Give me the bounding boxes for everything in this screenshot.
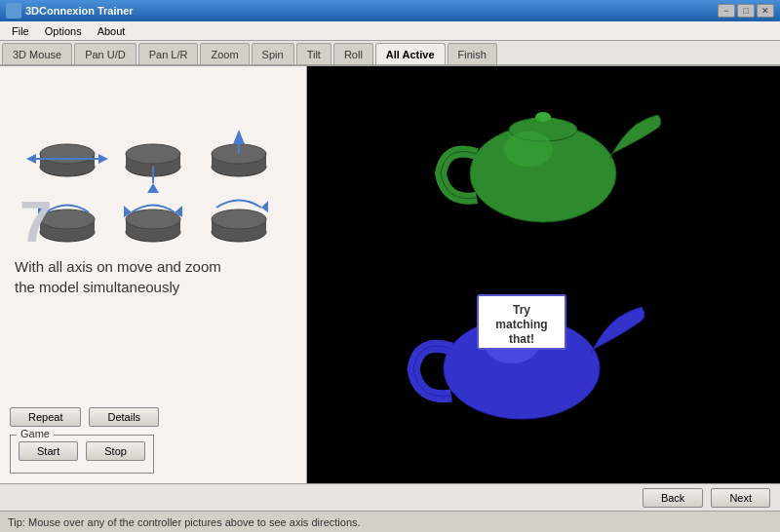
tab-tilt[interactable]: Tilt	[296, 43, 332, 64]
diagram-area: 7	[10, 76, 296, 251]
repeat-button[interactable]: Repeat	[10, 407, 81, 427]
game-label: Game	[17, 428, 54, 439]
right-panel: Try matching that!	[307, 66, 780, 483]
tab-roll[interactable]: Roll	[333, 43, 373, 64]
svg-text:matching: matching	[495, 318, 547, 331]
title-bar-left: 3DConnexion Trainer	[6, 3, 134, 19]
main-content: 7 With all axis on move and zoom the mod…	[0, 66, 780, 483]
menu-about[interactable]: About	[90, 23, 134, 39]
svg-marker-4	[98, 154, 108, 164]
blue-teapot: Try matching that!	[413, 295, 644, 419]
step-description: With all axis on move and zoom the model…	[10, 256, 296, 297]
stop-button[interactable]: Stop	[86, 441, 145, 461]
svg-point-33	[504, 132, 553, 167]
window-title: 3DConnexion Trainer	[25, 5, 134, 17]
tab-finish[interactable]: Finish	[448, 43, 497, 64]
step-number: 7	[20, 193, 52, 251]
tab-pan-ud[interactable]: Pan U/D	[74, 43, 136, 64]
tab-pan-lr[interactable]: Pan L/R	[138, 43, 199, 64]
title-controls[interactable]: − □ ✕	[718, 4, 774, 18]
next-button[interactable]: Next	[711, 488, 770, 508]
svg-marker-3	[26, 154, 36, 164]
svg-point-25	[212, 209, 266, 229]
title-bar: 3DConnexion Trainer − □ ✕	[0, 0, 780, 21]
svg-marker-12	[233, 130, 245, 144]
details-button[interactable]: Details	[89, 407, 159, 427]
svg-point-20	[126, 209, 180, 229]
bottom-bar: Back Next	[0, 483, 780, 511]
svg-point-2	[40, 144, 95, 164]
svg-marker-26	[261, 201, 268, 212]
tab-zoom[interactable]: Zoom	[200, 43, 249, 64]
tab-spin[interactable]: Spin	[252, 43, 294, 64]
minimize-button[interactable]: −	[718, 4, 735, 18]
menu-bar: File Options About	[0, 21, 780, 41]
svg-text:Try: Try	[513, 303, 530, 317]
back-button[interactable]: Back	[643, 488, 703, 508]
menu-file[interactable]: File	[4, 23, 37, 39]
maximize-button[interactable]: □	[737, 4, 755, 18]
left-panel: 7 With all axis on move and zoom the mod…	[0, 66, 307, 483]
status-tip: Tip: Mouse over any of the controller pi…	[8, 516, 361, 528]
app-icon	[6, 3, 21, 19]
button-area: Repeat Details Game Start Stop	[10, 398, 296, 474]
svg-text:that!: that!	[509, 332, 534, 346]
close-button[interactable]: ✕	[757, 4, 774, 18]
tab-all-active[interactable]: All Active	[375, 43, 446, 64]
tab-bar: 3D Mouse Pan U/D Pan L/R Zoom Spin Tilt …	[0, 41, 780, 66]
svg-marker-27	[147, 183, 159, 193]
svg-point-32	[535, 112, 551, 122]
controller-diagram	[17, 81, 290, 247]
action-buttons-row: Repeat Details	[10, 407, 296, 427]
game-buttons-row: Start Stop	[19, 441, 145, 461]
green-teapot	[441, 112, 661, 222]
tab-3d-mouse[interactable]: 3D Mouse	[2, 43, 72, 64]
start-button[interactable]: Start	[19, 441, 78, 461]
3d-viewport: Try matching that!	[307, 66, 780, 483]
menu-options[interactable]: Options	[37, 23, 90, 39]
status-bar: Tip: Mouse over any of the controller pi…	[0, 511, 780, 532]
svg-point-8	[126, 144, 180, 164]
game-group: Game Start Stop	[10, 435, 154, 474]
